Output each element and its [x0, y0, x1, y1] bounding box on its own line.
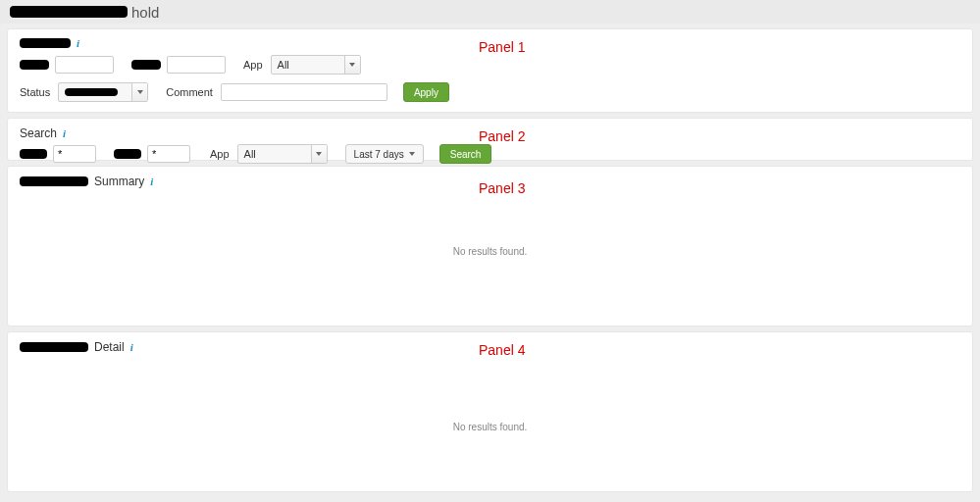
- app-select[interactable]: All: [237, 144, 328, 164]
- app-label: App: [210, 148, 230, 160]
- chevron-down-icon: [316, 152, 322, 156]
- info-icon[interactable]: i: [150, 176, 153, 187]
- info-icon[interactable]: i: [130, 341, 133, 353]
- app-select-value: All: [278, 59, 289, 71]
- filter-input-1[interactable]: [55, 56, 114, 74]
- redacted-prefix: [20, 342, 88, 352]
- app-select-value: All: [244, 148, 256, 160]
- page-header: hold: [0, 0, 980, 24]
- chevron-down-icon: [409, 152, 415, 156]
- no-results-text: No results found.: [8, 246, 972, 257]
- redacted-status-value: [65, 88, 118, 96]
- redacted-label: [131, 60, 161, 70]
- redacted-text: [10, 6, 128, 18]
- panel-detail-title: Detail: [94, 340, 125, 354]
- panel-search-title: Search: [20, 126, 57, 140]
- redacted-title: [20, 38, 71, 48]
- redacted-label: [114, 149, 141, 159]
- comment-label: Comment: [166, 86, 213, 98]
- apply-button[interactable]: Apply: [403, 82, 449, 102]
- search-input-1[interactable]: [53, 145, 96, 163]
- chevron-down-icon: [349, 63, 355, 67]
- info-icon[interactable]: i: [63, 127, 66, 139]
- filter-input-2[interactable]: [167, 56, 226, 74]
- no-results-text: No results found.: [8, 422, 972, 432]
- time-range-picker[interactable]: Last 7 days: [345, 144, 424, 164]
- status-select[interactable]: [58, 82, 148, 102]
- comment-input[interactable]: [221, 83, 387, 101]
- page-title-suffix: hold: [131, 4, 159, 21]
- redacted-label: [20, 149, 47, 159]
- chevron-down-icon: [137, 90, 143, 94]
- panel-filter: i App All Status Comment Apply Panel 1: [7, 28, 973, 113]
- app-label: App: [243, 59, 263, 71]
- time-range-label: Last 7 days: [354, 149, 404, 160]
- panel-summary-title: Summary: [94, 175, 144, 188]
- app-select[interactable]: All: [271, 55, 361, 75]
- panel-summary: Summary i No results found. Panel 3: [7, 166, 973, 326]
- status-label: Status: [20, 86, 50, 98]
- panel-detail: Detail i No results found. Panel 4: [7, 331, 973, 492]
- info-icon[interactable]: i: [77, 37, 79, 49]
- redacted-prefix: [20, 176, 88, 186]
- panel-search: Search i App All Last 7 days Search Pane…: [7, 118, 973, 161]
- redacted-label: [20, 60, 49, 70]
- search-button[interactable]: Search: [439, 144, 492, 164]
- search-input-2[interactable]: [147, 145, 190, 163]
